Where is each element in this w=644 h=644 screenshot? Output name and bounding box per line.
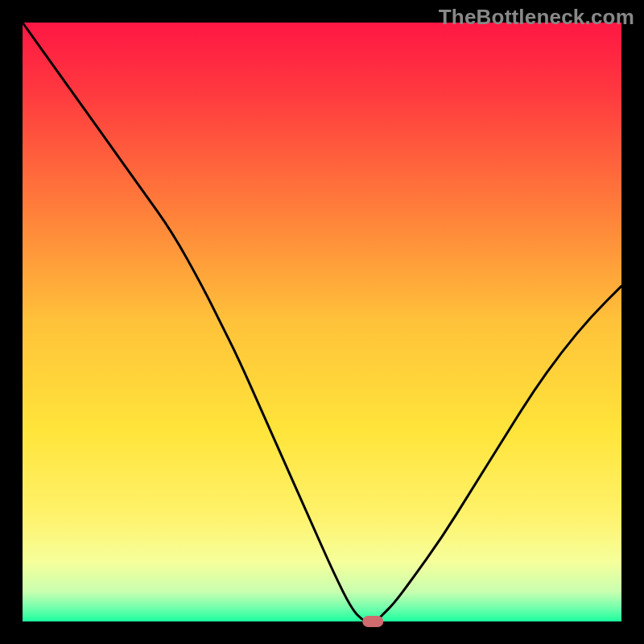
bottleneck-chart: TheBottleneck.com [0,0,644,644]
optimal-marker [362,616,383,627]
watermark-label: TheBottleneck.com [439,5,634,30]
svg-rect-1 [23,23,621,621]
chart-svg [0,0,644,644]
